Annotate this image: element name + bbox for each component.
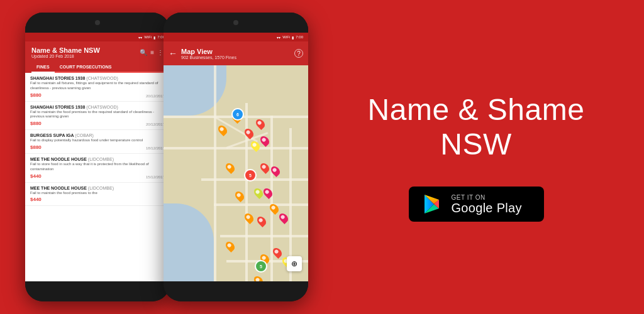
phone-bottom-left — [25, 281, 170, 301]
fine-amount-4: $440 — [30, 197, 42, 202]
app-name-line1: Name & Shame — [368, 93, 585, 126]
fine-desc-1: Fail to maintain the food premises to th… — [30, 110, 165, 120]
map-water — [164, 65, 226, 116]
fine-date-3: 15/12/2017 — [146, 175, 165, 179]
play-store-icon — [421, 193, 444, 215]
fine-desc-4: Fail to maintain the food premises to th… — [30, 191, 165, 196]
app-header-left: Name & Shame NSW Updated 20 Feb 2018 🔍 ≡… — [25, 41, 170, 73]
fine-amount-1: $880 — [30, 121, 42, 126]
battery-icon: ▮ — [153, 35, 155, 40]
back-arrow-icon[interactable]: ← — [169, 48, 177, 58]
map-pin-orange-3[interactable] — [224, 161, 236, 174]
signal-icon: ▾▾ — [138, 35, 142, 40]
map-pin-orange-4[interactable] — [233, 190, 246, 202]
map-subtitle: 902 Businesses, 1570 Fines — [181, 55, 236, 60]
google-play-button[interactable]: GET IT ON Google Play — [409, 187, 544, 222]
app-name-line2: NSW — [440, 127, 511, 161]
map-pin-yellow-1[interactable] — [249, 139, 262, 152]
tabs-row: FINES COURT PROSECUTIONS — [31, 62, 164, 73]
fine-desc-2: Fail to display potentially hazardous fo… — [30, 138, 165, 143]
map-pin-red-5[interactable] — [271, 246, 284, 259]
app-subtitle-left: Updated 20 Feb 2018 — [31, 54, 100, 58]
app-title-left: Name & Shame NSW — [31, 46, 100, 54]
fine-date-1: 20/12/2017 — [146, 122, 165, 126]
map-pin-red-2[interactable] — [254, 117, 267, 130]
fine-item-3[interactable]: MEE THE NOODLE HOUSE (LIDCOMBE) Fail to … — [25, 154, 170, 183]
play-get-it-on: GET IT ON — [452, 194, 522, 201]
wifi-icon: WiFi — [144, 35, 152, 39]
wifi-icon-r: WiFi — [282, 35, 290, 39]
fine-location-3: (LIDCOMBE) — [88, 157, 114, 161]
right-content: Name & Shame NSW — [308, 80, 644, 234]
fine-desc-3: Fail to store food in such a way that it… — [30, 162, 165, 172]
road-h5 — [220, 235, 308, 237]
road-h2 — [164, 147, 308, 149]
signal-icon-r: ▾▾ — [277, 35, 280, 40]
fine-location-4: (LIDCOMBE) — [88, 186, 114, 190]
play-text-block: GET IT ON Google Play — [452, 194, 522, 215]
fine-item-1[interactable]: SHANGHAI STORIES 1938 (CHATSWOOD) Fail t… — [25, 102, 170, 131]
map-pin-red-3[interactable] — [258, 161, 271, 174]
fine-item-2[interactable]: BURGESS SUPA IGA (COBAR) Fail to display… — [25, 130, 170, 154]
phone-screen-left: ▾▾ WiFi ▮ 7:00 Name & Shame NSW Updated … — [25, 33, 170, 281]
tab-court[interactable]: COURT PROSECUTIONS — [55, 62, 117, 72]
phone-screen-right: ▾▾ WiFi ▮ 7:00 ← Map View 902 Businesses… — [164, 33, 308, 281]
more-icon[interactable]: ⋮ — [157, 49, 164, 56]
road-v1 — [214, 65, 216, 281]
fine-location-2: (COBAR) — [75, 133, 94, 138]
status-bar-left: ▾▾ WiFi ▮ 7:00 — [25, 33, 170, 41]
tab-fines[interactable]: FINES — [31, 62, 55, 73]
search-icon[interactable]: 🔍 — [140, 49, 147, 56]
map-pin-orange-9[interactable] — [252, 274, 265, 281]
map-cluster-5a[interactable]: 5 — [244, 169, 257, 181]
fine-list: SHANGHAI STORIES 1938 (CHATSWOOD) Fail t… — [25, 73, 170, 206]
business-name-0: SHANGHAI STORIES 1938 — [30, 76, 85, 80]
fine-amount-3: $440 — [30, 173, 42, 179]
road-h4 — [214, 203, 308, 206]
camera-left — [95, 20, 100, 25]
fine-date-2: 18/12/2017 — [146, 146, 165, 150]
filter-icon[interactable]: ≡ — [150, 49, 154, 56]
location-button[interactable]: ⊕ — [287, 256, 302, 271]
map-header: ← Map View 902 Businesses, 1570 Fines ? — [164, 41, 308, 65]
map-pin-orange-1[interactable] — [216, 124, 229, 136]
fine-location-0: (CHATSWOOD) — [86, 76, 118, 80]
phone-top-bar-left — [25, 13, 170, 33]
right-phone: ▾▾ WiFi ▮ 7:00 ← Map View 902 Businesses… — [164, 13, 308, 301]
phone-bottom-right — [164, 281, 308, 301]
app-name-large: Name & Shame NSW — [368, 92, 585, 161]
map-pin-red-4[interactable] — [255, 215, 268, 227]
fine-location-1: (CHATSWOOD) — [86, 105, 118, 109]
fine-desc-0: Fail to maintain all fixtures, fittings … — [30, 81, 165, 91]
fine-amount-2: $880 — [30, 144, 42, 150]
battery-icon-r: ▮ — [292, 35, 294, 40]
fine-item-4[interactable]: MEE THE NOODLE HOUSE (LIDCOMBE) Fail to … — [25, 183, 170, 207]
play-store-name: Google Play — [452, 201, 522, 215]
business-name-2: BURGESS SUPA IGA — [30, 133, 74, 138]
fine-item-0[interactable]: SHANGHAI STORIES 1938 (CHATSWOOD) Fail t… — [25, 73, 170, 102]
map-pin-orange-7[interactable] — [224, 240, 236, 252]
business-name-1: SHANGHAI STORIES 1938 — [30, 105, 85, 109]
map-title-block: Map View 902 Businesses, 1570 Fines — [181, 48, 236, 60]
map-cluster-5b[interactable]: 5 — [255, 260, 267, 273]
fine-amount-0: $880 — [30, 92, 42, 98]
status-bar-right: ▾▾ WiFi ▮ 7:00 — [164, 33, 308, 41]
business-name-3: MEE THE NOODLE HOUSE — [30, 157, 87, 161]
map-pin-pink-4[interactable] — [277, 212, 290, 224]
fine-date-0: 20/12/2017 — [146, 94, 165, 98]
map-title: Map View — [181, 48, 236, 55]
map-harbour — [164, 203, 214, 281]
header-icons: 🔍 ≡ ⋮ — [140, 49, 164, 56]
camera-right — [233, 20, 238, 25]
road-v3 — [270, 116, 273, 281]
help-icon[interactable]: ? — [294, 49, 303, 58]
map-area[interactable]: 6 5 5 ⊕ — [164, 65, 308, 281]
phone-top-bar-right — [164, 13, 308, 33]
time-right: 7:00 — [296, 35, 303, 39]
left-phone: ▾▾ WiFi ▮ 7:00 Name & Shame NSW Updated … — [25, 13, 170, 301]
map-cluster-6[interactable]: 6 — [231, 108, 244, 121]
business-name-4: MEE THE NOODLE HOUSE — [30, 186, 87, 190]
